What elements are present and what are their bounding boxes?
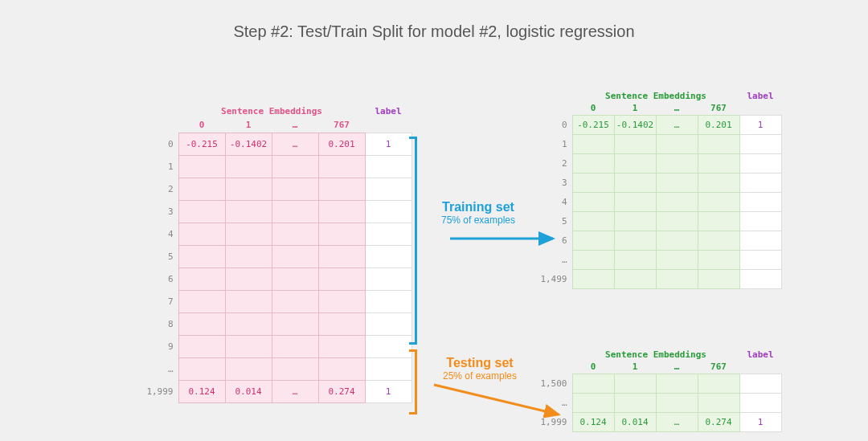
table-row: 1,999 0.124 0.014 … 0.274 1 (538, 412, 781, 431)
table-row: 1 (143, 155, 411, 178)
label-header: label (365, 104, 411, 118)
label-header: label (739, 348, 781, 361)
training-table: Sentence Embeddings label 0 1 … 767 0 -0… (538, 89, 782, 289)
testing-set-label: Testing set 25% of examples (420, 356, 540, 382)
embeddings-header: Sentence Embeddings (572, 348, 739, 361)
diagram-stage: Sentence Embeddings label 0 1 … 767 0 -0… (0, 41, 868, 441)
embeddings-header: Sentence Embeddings (178, 104, 365, 118)
table-row: 3 (538, 173, 781, 192)
col-header: 1 (225, 118, 272, 133)
table-row: 4 (143, 223, 411, 245)
test-bracket-icon (409, 349, 417, 414)
table-row: … (143, 357, 411, 380)
train-bracket-icon (409, 137, 417, 345)
training-set-label: Training set 75% of examples (418, 200, 538, 226)
table-row: 1 (538, 134, 781, 153)
testing-table: Sentence Embeddings label 0 1 … 767 1,50… (538, 348, 782, 432)
page-title: Step #2: Test/Train Split for model #2, … (0, 0, 868, 41)
embeddings-header: Sentence Embeddings (572, 89, 739, 102)
table-row: 8 (143, 312, 411, 335)
table-row: … (538, 250, 781, 269)
table-row: 0 -0.215 -0.1402 … 0.201 1 (143, 133, 411, 155)
table-row: 9 (143, 335, 411, 357)
source-table: Sentence Embeddings label 0 1 … 767 0 -0… (143, 104, 412, 403)
table-row: 5 (538, 211, 781, 231)
table-row: 1,999 0.124 0.014 … 0.274 1 (143, 380, 411, 402)
table-row: 6 (143, 267, 411, 290)
table-row: 4 (538, 192, 781, 211)
table-row: 6 (538, 231, 781, 250)
col-header: 767 (318, 118, 365, 133)
table-row: 2 (143, 178, 411, 200)
col-header: 0 (178, 118, 225, 133)
table-row: 0 -0.215 -0.1402 … 0.201 1 (538, 115, 781, 134)
label-header: label (739, 89, 781, 102)
table-row: 1,499 (538, 269, 781, 288)
table-row: 1,500 (538, 374, 781, 393)
table-row: 7 (143, 290, 411, 312)
table-row: 3 (143, 200, 411, 223)
table-row: … (538, 393, 781, 412)
table-row: 5 (143, 245, 411, 267)
table-row: 2 (538, 153, 781, 173)
col-header: … (272, 118, 318, 133)
